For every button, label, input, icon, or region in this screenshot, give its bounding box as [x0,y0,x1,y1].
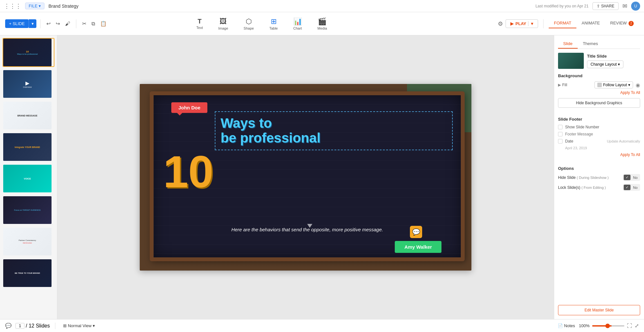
play-icon: ▶ [510,21,514,26]
media-tool[interactable]: 🎬 Media [314,16,331,32]
table-icon: ⊞ [271,17,277,26]
lock-slide-off[interactable]: ✓ [624,185,630,190]
normal-view-chevron: ▾ [93,323,95,328]
footer-title: Slide Footer [558,117,640,122]
redo-icon: ↪ [56,21,60,27]
add-slide-label: + SLIDE [9,21,25,26]
text-tool[interactable]: T Text [193,16,207,31]
play-chevron[interactable]: ▾ [528,21,533,26]
slide-preview-6: Focus on TARGET AUDIENCE [3,196,52,224]
apply-all-background[interactable]: Apply To All [558,90,640,95]
hide-slide-off[interactable]: ✓ [624,175,630,180]
tab-themes[interactable]: Themes [578,39,603,49]
title-box[interactable]: Ways to be professional [215,111,453,150]
chat-icon: 💬 [410,226,422,238]
settings-icon[interactable]: ⚙ [498,20,503,27]
copy-button[interactable]: ⧉ [90,19,97,29]
email-icon[interactable]: ✉ [622,3,627,10]
footer-message-input[interactable] [565,132,640,136]
slide-thumb-1[interactable]: 1 10 Ways to be professional [3,38,54,67]
update-automatically-label: Update Automatically [607,139,640,143]
slide-thumb-7[interactable]: 7 Partner Consistency Add Emotion [3,227,54,256]
bottom-bar: 💬 / 12 Slides ⊞ Normal View ▾ 📄 Notes 10… [0,319,644,332]
share-button[interactable]: ⇪ SHARE [592,2,619,10]
page-input[interactable] [15,323,24,329]
undo-button[interactable]: ↩ [44,19,52,29]
panel-tabs: Slide Themes [558,39,640,49]
date-checkbox[interactable] [558,139,563,143]
chart-tool[interactable]: 📊 Chart [289,16,306,32]
tab-review[interactable]: REVIEW 2 [605,19,639,28]
slide-thumb-8[interactable]: 8 BE TRUE TO YOUR BRAND [3,259,54,288]
zoom-slider[interactable] [592,325,624,327]
bottom-sep-1 [55,323,55,329]
fill-color-icon[interactable]: ◉ [636,82,640,88]
paint-icon: 🖌 [65,21,70,27]
fill-icon [597,83,602,87]
slide-canvas[interactable]: John Doe 10 Ways to be professional [140,84,471,271]
tab-slide[interactable]: Slide [558,39,578,49]
title-text-line1: Ways to [221,116,447,131]
slide-thumb-3[interactable]: 3 BRAND MESSAGE [3,101,54,130]
table-label: Table [269,26,278,30]
play-button[interactable]: ▶ PLAY ▾ [506,19,538,28]
text-icon: T [198,18,202,25]
tab-animate[interactable]: ANIMATE [576,19,605,28]
hide-background-button[interactable]: Hide Background Graphics [558,98,640,108]
slide-dropdown-button[interactable]: ▾ [29,19,36,28]
slide-preview-1: 10 Ways to be professional [3,39,52,66]
normal-view-button[interactable]: ⊞ Normal View ▾ [61,322,98,329]
date-value: April 23, 2019 [565,146,640,150]
zoom-percent: 100% [579,323,590,328]
apply-all-footer[interactable]: Apply To All [558,152,640,157]
share-label: SHARE [601,4,614,8]
hide-slide-no[interactable]: No [631,175,639,180]
tab-format[interactable]: FORMAT [549,19,576,28]
change-layout-button[interactable]: Change Layout ▾ [587,60,623,68]
app-grid-icon[interactable]: ⋮⋮⋮ [4,3,21,10]
paste-button[interactable]: 📋 [98,19,109,29]
shape-tool[interactable]: ⬡ Shape [240,16,258,32]
hide-slide-label: Hide Slide ( During Slideshow ) [558,175,620,180]
file-menu[interactable]: FILE ▾ [25,3,44,9]
notes-button[interactable]: 📄 Notes [558,323,575,328]
footer-section: Slide Footer Show Slide Number Date Upda… [558,117,640,161]
slides-panel: 1 10 Ways to be professional 2 ▶ OVERVIE… [0,35,57,319]
notes-icon: 📄 [558,323,563,328]
zoom-fit-icon[interactable]: ⛶ [627,323,632,329]
slide-thumb-2[interactable]: 2 ▶ OVERVIEW [3,69,54,98]
slide-thumb-5[interactable]: 5 VOICE [3,164,54,193]
footer-message-row [558,132,640,136]
add-slide-button[interactable]: + SLIDE [5,19,29,28]
edit-master-slide-button[interactable]: Edit Master Slide [558,305,640,315]
layout-thumbnail [558,53,584,69]
fill-dropdown[interactable]: Follow Layout ▾ [594,81,633,88]
footer-message-checkbox[interactable] [558,132,563,136]
right-panel: Slide Themes Title Slide Change Layout ▾… [554,35,644,319]
zoom-expand-icon[interactable]: ⤢ [635,323,639,329]
hide-slide-toggle[interactable]: ✓ No [623,174,640,181]
toolbar-center-tools: T Text 🖼 Image ⬡ Shape ⊞ Table 📊 Chart 🎬… [193,16,331,32]
show-slide-number-checkbox[interactable] [558,125,563,129]
hide-slide-row: Hide Slide ( During Slideshow ) ✓ No [558,174,640,181]
share-icon: ⇪ [597,4,600,8]
top-bar: ⋮⋮⋮ FILE ▾ Brand Strategy Last modified … [0,0,644,12]
lock-slide-toggle[interactable]: ✓ No [623,184,640,191]
table-tool[interactable]: ⊞ Table [265,16,281,32]
show-slide-number-row: Show Slide Number [558,125,640,129]
image-tool[interactable]: 🖼 Image [214,16,232,32]
lock-slide-no[interactable]: No [631,185,639,190]
options-title: Options [558,166,640,171]
copy-icon: ⧉ [91,21,95,27]
slide-thumb-6[interactable]: 6 Focus on TARGET AUDIENCE [3,196,54,225]
chat-bottom-icon[interactable]: 💬 [5,323,12,329]
redo-button[interactable]: ↪ [54,19,62,29]
date-row: Date Update Automatically [558,139,640,143]
cut-button[interactable]: ✂ [80,19,88,29]
image-label: Image [218,26,228,30]
chart-label: Chart [293,26,302,30]
paint-button[interactable]: 🖌 [63,19,72,29]
slide-thumb-4[interactable]: 4 Integrate YOUR BRAND [3,133,54,161]
main-content: 1 10 Ways to be professional 2 ▶ OVERVIE… [0,35,644,319]
change-layout-chevron: ▾ [618,62,620,67]
